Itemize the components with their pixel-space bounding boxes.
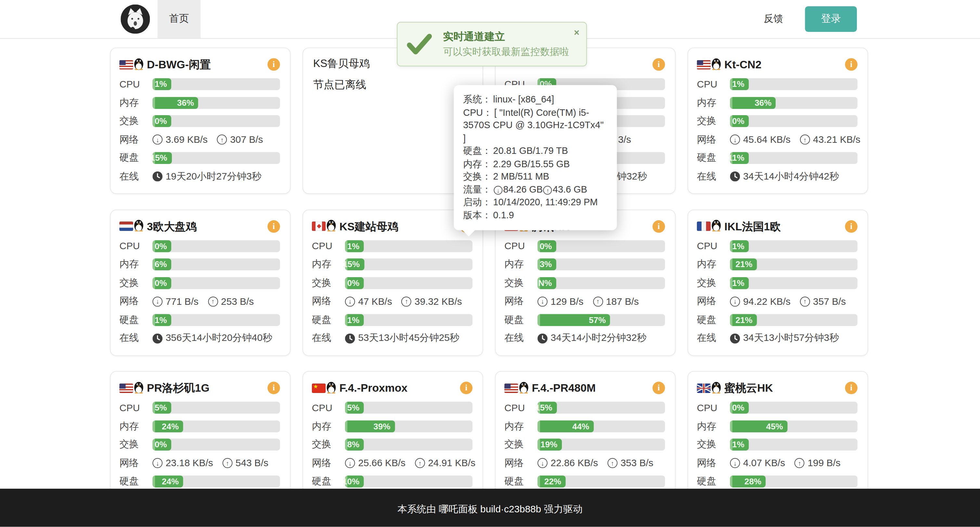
info-icon[interactable]: i xyxy=(652,58,665,70)
stat-row-mem: 内存39% xyxy=(312,420,473,432)
card-title: D-BWG-闲置 xyxy=(147,57,210,72)
progress-track: 1% xyxy=(730,78,858,90)
stat-label: 网络 xyxy=(312,457,345,470)
stat-label: 硬盘 xyxy=(697,151,730,164)
progress-track: 15% xyxy=(538,402,665,414)
stat-label: 内存 xyxy=(119,420,153,433)
stat-row-net: 网络↓45.64 KB/s↑43.21 KB/s xyxy=(697,134,858,146)
tooltip-value: 2 MB/511 MB xyxy=(493,171,549,182)
progress-track: 19% xyxy=(538,439,665,450)
progress-fill: 0% xyxy=(153,115,171,127)
stat-label: 网络 xyxy=(504,295,538,308)
progress-track: 0% xyxy=(730,402,858,414)
info-icon[interactable]: i xyxy=(652,220,665,232)
progress-fill: 1% xyxy=(730,277,749,289)
close-icon[interactable]: × xyxy=(574,28,579,37)
progress-fill: 1% xyxy=(153,314,171,326)
stat-row-mem: 内存21% xyxy=(697,258,858,270)
progress-value: 19% xyxy=(540,440,557,449)
login-button[interactable]: 登录 xyxy=(805,6,857,32)
stat-row-disk: 硬盘15% xyxy=(119,152,280,164)
progress-fill: 0% xyxy=(730,115,749,127)
server-card: 腾讯HKiCPU0%内存3%交换N%网络↓129 B/s↑187 B/s硬盘57… xyxy=(495,209,676,356)
progress-track: 36% xyxy=(730,97,858,109)
progress-track: 0% xyxy=(153,277,280,289)
progress-value: 36% xyxy=(177,98,194,107)
info-icon[interactable]: i xyxy=(267,58,280,70)
info-icon[interactable]: i xyxy=(845,382,858,394)
stat-row-swap: 交换19% xyxy=(504,439,665,450)
progress-fill: 0% xyxy=(153,240,171,252)
logo[interactable] xyxy=(121,4,150,34)
info-icon[interactable]: i xyxy=(845,220,858,232)
tooltip-row: 内存：2.29 GB/15.55 GB xyxy=(463,157,607,170)
stat-label: 网络 xyxy=(119,133,153,146)
clock-icon xyxy=(345,333,355,343)
feedback-link[interactable]: 反馈 xyxy=(764,0,783,38)
network-upload-value: 43.21 KB/s xyxy=(813,134,861,145)
footer-text-suffix: 强力驱动 xyxy=(541,503,582,516)
network-stats: ↓4.07 KB/s↑199 B/s xyxy=(730,457,841,469)
stat-row-disk: 硬盘1% xyxy=(119,314,280,326)
upload-icon: ↑ xyxy=(222,458,232,468)
stat-label: CPU xyxy=(119,240,153,252)
footer-link[interactable]: 哪吒面板 build·c23b88b xyxy=(439,503,541,516)
stat-label: CPU xyxy=(119,78,153,90)
progress-value: 44% xyxy=(572,421,589,431)
stat-label: 网络 xyxy=(697,295,730,308)
progress-track: 0% xyxy=(153,439,280,450)
network-upload-value: 39.32 KB/s xyxy=(415,296,462,307)
clock-icon xyxy=(730,171,740,182)
stat-label: CPU xyxy=(312,402,345,414)
upload-icon: ↑ xyxy=(401,296,411,307)
tooltip-value: linux- [x86_64] xyxy=(493,94,554,105)
progress-value: 0% xyxy=(155,278,167,287)
tooltip-label: 系统： xyxy=(463,94,491,105)
tab-home[interactable]: 首页 xyxy=(158,0,201,38)
stat-label: 硬盘 xyxy=(504,475,538,488)
info-icon[interactable]: i xyxy=(267,220,280,232)
tooltip-label: 硬盘： xyxy=(463,145,491,156)
progress-track: 5% xyxy=(345,402,473,414)
tooltip-label: 交换： xyxy=(463,171,491,182)
tooltip-row: 版本：0.1.9 xyxy=(463,209,607,221)
progress-value: 5% xyxy=(347,403,360,412)
progress-fill: 28% xyxy=(730,476,766,488)
upload-icon: ↑ xyxy=(415,458,425,468)
stat-row-net: 网络↓22.86 KB/s↑353 B/s xyxy=(504,457,665,469)
progress-track: 21% xyxy=(730,314,858,326)
stat-label: 内存 xyxy=(697,96,730,109)
stat-row-cpu: CPU15% xyxy=(504,402,665,414)
tooltip-label: 版本： xyxy=(463,209,491,220)
download-icon: ↓ xyxy=(153,296,162,307)
toast-body: 实时通道建立 可以实时获取最新监控数据啦 xyxy=(443,30,569,58)
network-upload-value: 353 B/s xyxy=(620,457,654,469)
progress-track: 1% xyxy=(730,439,858,450)
uptime-value: 34天14小时4分钟42秒 xyxy=(743,170,839,183)
progress-track: 1% xyxy=(730,277,858,289)
network-upload-value: 187 B/s xyxy=(606,296,639,307)
server-card: 3欧大盘鸡iCPU0%内存6%交换0%网络↓771 B/s↑253 B/s硬盘1… xyxy=(110,209,291,356)
info-icon[interactable]: i xyxy=(845,58,858,70)
progress-value: 24% xyxy=(162,421,179,431)
stat-row-swap: 交换8% xyxy=(312,439,473,450)
download-icon: ↓ xyxy=(538,296,547,307)
stat-row-uptime: 在线34天14小时4分钟42秒 xyxy=(697,171,858,182)
network-download-value: 25.66 KB/s xyxy=(358,457,406,469)
stat-label: 硬盘 xyxy=(119,151,153,164)
card-title: PR洛杉矶1G xyxy=(147,380,210,395)
info-icon[interactable]: i xyxy=(652,382,665,394)
linux-icon xyxy=(133,218,145,234)
card-title: 3欧大盘鸡 xyxy=(147,219,197,233)
network-stats: ↓22.86 KB/s↑353 B/s xyxy=(538,457,654,469)
flag-icon-us xyxy=(119,60,133,69)
stat-row-uptime: 在线34天14小时2分钟32秒 xyxy=(504,332,665,344)
progress-track: 1% xyxy=(730,240,858,252)
stat-row-cpu: CPU5% xyxy=(312,402,473,414)
flag-icon-us xyxy=(504,383,518,393)
info-icon[interactable]: i xyxy=(267,382,280,394)
info-icon[interactable]: i xyxy=(460,382,473,394)
card-header: IKL法国1欧i xyxy=(697,218,858,234)
progress-fill: 1% xyxy=(345,314,364,326)
progress-value: 1% xyxy=(732,79,745,89)
